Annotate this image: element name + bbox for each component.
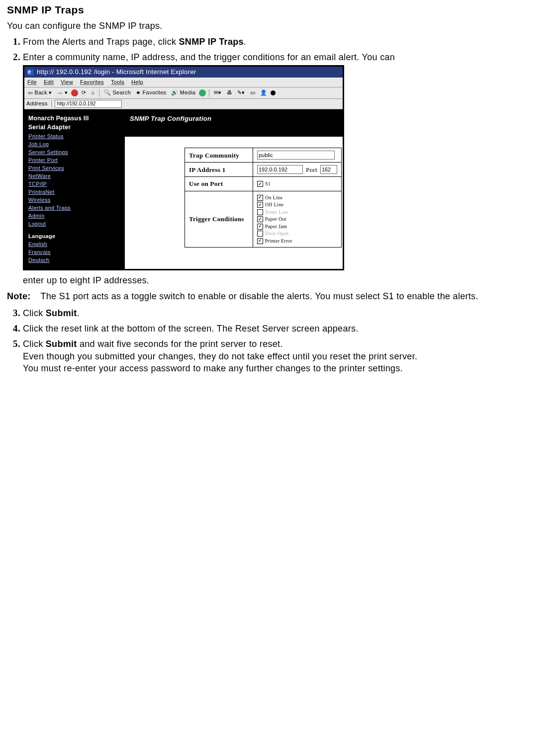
print-button[interactable]: 🖶 — [225, 88, 234, 97]
stop-icon[interactable] — [71, 89, 78, 96]
intro-text: You can configure the SNMP IP traps. — [7, 20, 552, 32]
checkbox-door-open[interactable] — [257, 231, 263, 237]
search-button[interactable]: 🔍Search — [102, 88, 132, 97]
address-label: Address — [26, 100, 47, 107]
edit-button[interactable]: ✎▾ — [236, 88, 247, 97]
favorites-label: Favorites — [142, 89, 166, 96]
step-2: Enter a community name, IP address, and … — [23, 51, 552, 286]
trigger-label: Toner Low — [265, 209, 288, 216]
ie-logo-icon — [26, 68, 34, 76]
back-button[interactable]: ⇦Back ▾ — [26, 88, 53, 97]
port-label: Port — [306, 166, 317, 174]
menu-view[interactable]: View — [61, 79, 73, 86]
step-4: Click the reset link at the bottom of th… — [23, 322, 552, 335]
ip-address-1-label: IP Address 1 — [185, 163, 253, 177]
language-heading: Language — [28, 233, 121, 240]
sidebar-title-1: Monarch Pegasus III — [28, 114, 121, 122]
nav-wireless[interactable]: Wireless — [28, 196, 121, 204]
home-button[interactable]: ⌂ — [90, 88, 96, 97]
checkbox-printer-error[interactable] — [257, 238, 263, 244]
nav-alerts-and-traps[interactable]: Alerts and Traps — [28, 204, 121, 212]
checkbox-off-line[interactable] — [257, 202, 263, 208]
port-input[interactable] — [320, 165, 337, 174]
step-3: Click Submit. — [23, 307, 552, 319]
ie-menubar: File Edit View Favorites Tools Help — [24, 78, 343, 87]
lang-english[interactable]: English — [28, 240, 121, 248]
media-button[interactable]: 🔊Media — [170, 88, 197, 97]
checkbox-paper-out[interactable] — [257, 216, 263, 222]
history-icon[interactable] — [199, 89, 206, 96]
trigger-conditions-label: Trigger Conditions — [185, 191, 253, 248]
step-3-tail: . — [77, 308, 80, 318]
toolbar-separator — [209, 89, 209, 97]
nav-netware[interactable]: NetWare — [28, 172, 121, 180]
nav-tcpip[interactable]: TCP/IP — [28, 180, 121, 188]
menu-tools[interactable]: Tools — [111, 79, 124, 86]
nav-logout[interactable]: Logout — [28, 220, 121, 228]
menu-help[interactable]: Help — [131, 79, 143, 86]
dropdown-icon: ▾ — [65, 89, 68, 96]
step-2-continuation: enter up to eight IP addresses. — [23, 275, 149, 285]
screenshot-ie-window: http:// 192.0.0.192 /login - Microsoft I… — [23, 65, 344, 270]
icon-dot — [271, 90, 276, 95]
lang-deutsch[interactable]: Deutsch — [28, 256, 121, 264]
mail-button[interactable]: ✉▾ — [212, 88, 223, 97]
trigger-label: Printer Error — [265, 238, 292, 245]
checkbox-toner-low[interactable] — [257, 209, 263, 215]
note-block: Note: The S1 port acts as a toggle switc… — [7, 290, 552, 302]
addr-separator — [50, 100, 52, 107]
menu-file[interactable]: File — [27, 79, 37, 86]
step-5-text: Click — [23, 339, 46, 349]
step-5-line2: Even though you submitted your changes, … — [23, 351, 417, 361]
lang-francais[interactable]: Français — [28, 248, 121, 256]
nav-printranet[interactable]: PrintraNet — [28, 188, 121, 196]
sidebar: Monarch Pegasus III Serial Adapter Print… — [24, 109, 125, 269]
menu-favorites[interactable]: Favorites — [80, 79, 104, 86]
step-2-text: Enter a community name, IP address, and … — [23, 52, 395, 62]
trigger-label: Off Line — [265, 201, 283, 208]
trigger-label: Paper Out — [265, 216, 286, 223]
ip-address-1-input[interactable] — [257, 165, 303, 174]
nav-job-log[interactable]: Job Log — [28, 140, 121, 148]
trap-community-input[interactable] — [257, 151, 335, 160]
checkbox-paper-jam[interactable] — [257, 224, 263, 230]
favorites-button[interactable]: ★Favorites — [134, 88, 168, 97]
nav-print-services[interactable]: Print Services — [28, 164, 121, 172]
config-form: Trap Community IP Address 1 Port — [125, 137, 343, 248]
ie-addressbar: Address — [24, 99, 343, 109]
search-label: Search — [112, 89, 131, 96]
s1-label: S1 — [265, 180, 271, 187]
note-label: Note: — [7, 290, 31, 302]
config-table: Trap Community IP Address 1 Port — [185, 148, 342, 248]
forward-arrow-icon: → — [57, 89, 63, 97]
forward-button[interactable]: → ▾ — [55, 88, 69, 97]
nav-printer-status[interactable]: Printer Status — [28, 132, 121, 140]
nav-printer-port[interactable]: Printer Port — [28, 156, 121, 164]
trigger-label: On Line — [265, 194, 282, 201]
ie-toolbar: ⇦Back ▾ → ▾ ⟳ ⌂ 🔍Search ★Favorites 🔊Medi… — [24, 87, 343, 99]
step-1-tail: . — [244, 37, 246, 47]
trigger-label: Paper Jam — [265, 223, 287, 230]
menu-edit[interactable]: Edit — [44, 79, 54, 86]
step-1-text: From the Alerts and Traps page, click — [23, 37, 179, 47]
nav-admin[interactable]: Admin — [28, 212, 121, 220]
checkbox-s1[interactable] — [257, 181, 263, 187]
toolbar-separator — [99, 89, 99, 97]
back-arrow-icon: ⇦ — [28, 89, 33, 97]
step-3-text: Click — [23, 308, 46, 318]
section-heading: SNMP IP Traps — [7, 3, 552, 17]
step-5-tail: and wait five seconds for the print serv… — [77, 339, 283, 349]
trap-community-label: Trap Community — [185, 148, 253, 163]
messenger-icon[interactable]: 👤 — [259, 88, 269, 97]
refresh-button[interactable]: ⟳ — [80, 88, 88, 97]
discuss-button[interactable]: ▭ — [249, 88, 257, 97]
address-input[interactable] — [55, 100, 122, 108]
ie-title-text: http:// 192.0.0.192 /login - Microsoft I… — [37, 68, 196, 77]
note-text: The S1 port acts as a toggle switch to e… — [41, 290, 478, 302]
main-panel: SNMP Trap Configuration Trap Community I… — [125, 109, 343, 269]
ie-body: Monarch Pegasus III Serial Adapter Print… — [24, 109, 343, 269]
checkbox-on-line[interactable] — [257, 195, 263, 201]
nav-server-settings[interactable]: Server Settings — [28, 148, 121, 156]
step-5: Click Submit and wait five seconds for t… — [23, 337, 552, 374]
back-label: Back — [34, 89, 47, 96]
